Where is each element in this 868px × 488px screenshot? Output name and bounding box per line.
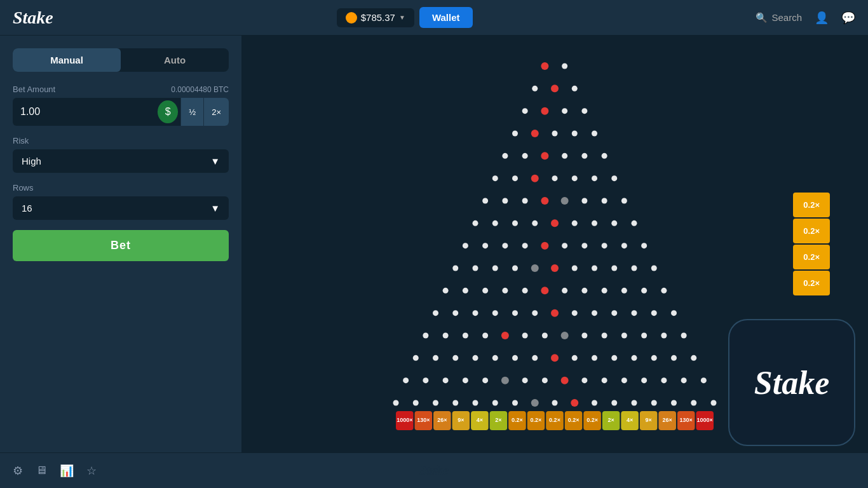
- risk-label: Risk: [13, 136, 29, 146]
- bet-amount-input-row: $ ½ 2×: [13, 98, 229, 126]
- dollar-icon-button[interactable]: $: [158, 100, 178, 123]
- sidebar: Manual Auto Bet Amount 0.00004480 BTC $ …: [0, 36, 241, 452]
- rows-value: 16: [22, 203, 32, 214]
- search-icon: 🔍: [756, 12, 768, 24]
- side-mult-3: 0.2×: [793, 245, 830, 269]
- search-label: Search: [771, 12, 802, 23]
- side-mult-2: 0.2×: [793, 219, 830, 243]
- game-area: 0.2× 0.2× 0.2× 0.2× Stake: [241, 36, 868, 452]
- half-button[interactable]: ½: [180, 98, 203, 126]
- balance-amount: $785.37: [361, 12, 395, 23]
- stake-logo-box: Stake: [728, 319, 855, 446]
- settings-icon[interactable]: ⚙: [13, 464, 23, 478]
- star-icon[interactable]: ☆: [86, 464, 97, 478]
- footer-stake-label: Stake: [419, 463, 449, 478]
- wallet-button[interactable]: Wallet: [419, 7, 473, 28]
- bet-button[interactable]: Bet: [13, 230, 229, 261]
- bet-amount-label-row: Bet Amount 0.00004480 BTC: [13, 85, 229, 94]
- rows-label-row: Rows: [13, 183, 229, 193]
- main-content: Manual Auto Bet Amount 0.00004480 BTC $ …: [0, 36, 868, 452]
- rows-label: Rows: [13, 183, 34, 193]
- bet-amount-btc: 0.00004480 BTC: [171, 85, 229, 94]
- side-mult-4: 0.2×: [793, 271, 830, 295]
- double-button[interactable]: 2×: [203, 98, 229, 126]
- risk-select[interactable]: High ▼: [13, 149, 229, 173]
- tab-group: Manual Auto: [13, 48, 229, 72]
- risk-label-row: Risk: [13, 136, 229, 146]
- side-multipliers: 0.2× 0.2× 0.2× 0.2×: [793, 193, 830, 295]
- rows-select[interactable]: 16 ▼: [13, 196, 229, 220]
- coin-icon: [346, 12, 357, 24]
- header: Stake $785.37 ▼ Wallet 🔍 Search 👤 💬: [0, 0, 868, 36]
- search-area[interactable]: 🔍 Search: [756, 12, 802, 24]
- tab-manual[interactable]: Manual: [13, 48, 121, 72]
- footer: ⚙ 🖥 📊 ☆ Stake: [0, 452, 868, 488]
- plinko-canvas: [377, 57, 733, 431]
- chat-icon[interactable]: 💬: [841, 11, 855, 25]
- user-icon[interactable]: 👤: [815, 11, 829, 25]
- bet-amount-label: Bet Amount: [13, 85, 55, 94]
- header-right: 🔍 Search 👤 💬: [756, 11, 855, 25]
- chevron-down-icon: ▼: [399, 14, 405, 21]
- side-mult-1: 0.2×: [793, 193, 830, 217]
- logo: Stake: [13, 8, 53, 28]
- balance-button[interactable]: $785.37 ▼: [337, 8, 414, 27]
- header-center: $785.37 ▼ Wallet: [337, 7, 473, 28]
- tab-auto[interactable]: Auto: [121, 48, 229, 72]
- bet-amount-input[interactable]: [13, 100, 155, 124]
- stake-logo-text: Stake: [754, 364, 829, 402]
- screen-icon[interactable]: 🖥: [36, 464, 47, 477]
- rows-chevron-icon: ▼: [210, 203, 220, 214]
- risk-value: High: [22, 156, 41, 166]
- risk-chevron-icon: ▼: [210, 156, 220, 166]
- chart-icon[interactable]: 📊: [60, 464, 74, 478]
